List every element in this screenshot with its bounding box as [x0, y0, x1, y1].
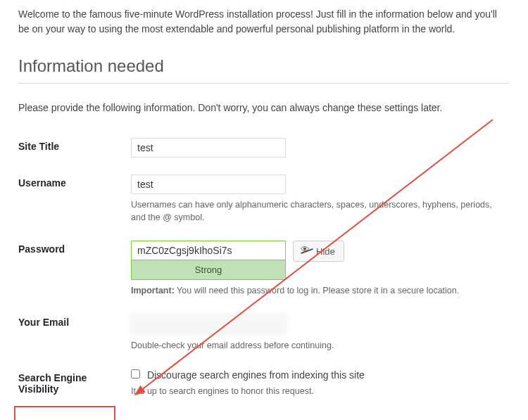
section-subtext: Please provide the following information…: [18, 101, 510, 115]
site-title-input[interactable]: [131, 138, 286, 158]
email-label: Your Email: [18, 310, 131, 364]
search-visibility-hint: It is up to search engines to honor this…: [131, 385, 497, 397]
welcome-text: Welcome to the famous five-minute WordPr…: [18, 7, 510, 37]
username-input[interactable]: [131, 174, 286, 194]
hide-button-label: Hide: [316, 246, 335, 257]
site-title-label: Site Title: [18, 134, 131, 170]
search-visibility-checkbox-label: Discourage search engines from indexing …: [147, 369, 365, 381]
password-strength-meter: Strong: [131, 260, 286, 280]
hide-password-button[interactable]: Hide: [293, 241, 344, 262]
password-hint: Important: You will need this password t…: [131, 284, 497, 297]
email-input[interactable]: [131, 314, 286, 335]
search-visibility-checkbox[interactable]: [131, 369, 140, 378]
search-visibility-label: Search Engine Visibility: [18, 365, 131, 410]
eye-slash-icon: [302, 246, 312, 256]
email-hint: Double-check your email address before c…: [131, 339, 497, 352]
section-heading: Information needed: [18, 56, 510, 84]
username-hint: Usernames can have only alphanumeric cha…: [131, 198, 497, 224]
password-input[interactable]: [131, 241, 286, 260]
password-label: Password: [18, 236, 131, 310]
username-label: Username: [18, 170, 131, 236]
